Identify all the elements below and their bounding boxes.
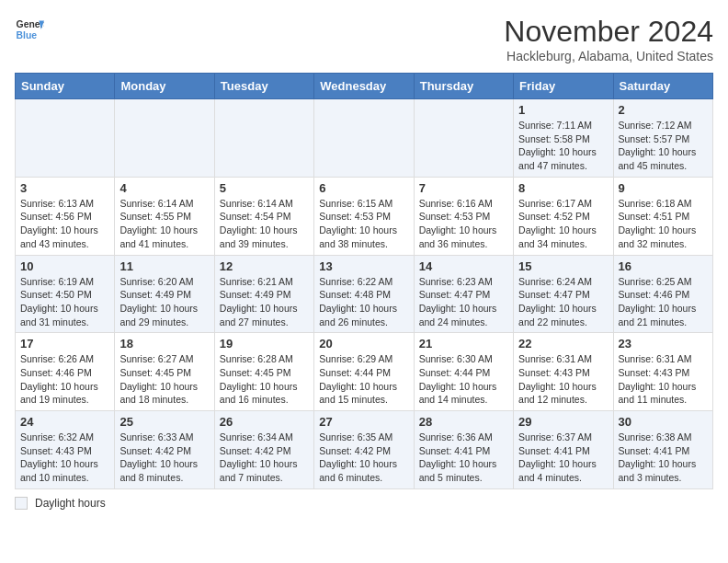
day-number: 4 bbox=[119, 181, 209, 195]
day-info: Sunrise: 6:38 AM Sunset: 4:41 PM Dayligh… bbox=[619, 431, 708, 485]
calendar-day-cell: 12Sunrise: 6:21 AM Sunset: 4:49 PM Dayli… bbox=[214, 255, 313, 333]
calendar-footer: Daylight hours bbox=[15, 497, 713, 510]
calendar-day-header: Thursday bbox=[414, 74, 513, 99]
calendar-week-row: 3Sunrise: 6:13 AM Sunset: 4:56 PM Daylig… bbox=[16, 177, 713, 255]
daylight-label: Daylight hours bbox=[35, 497, 106, 510]
day-info: Sunrise: 6:24 AM Sunset: 4:47 PM Dayligh… bbox=[518, 275, 608, 329]
day-info: Sunrise: 6:35 AM Sunset: 4:42 PM Dayligh… bbox=[319, 431, 408, 485]
day-info: Sunrise: 7:11 AM Sunset: 5:58 PM Dayligh… bbox=[518, 119, 608, 173]
calendar-day-cell: 25Sunrise: 6:33 AM Sunset: 4:42 PM Dayli… bbox=[115, 411, 214, 489]
calendar-day-header: Tuesday bbox=[214, 74, 313, 99]
calendar-day-cell: 29Sunrise: 6:37 AM Sunset: 4:41 PM Dayli… bbox=[514, 411, 613, 489]
calendar-header-row: SundayMondayTuesdayWednesdayThursdayFrid… bbox=[16, 74, 713, 99]
calendar-day-cell: 10Sunrise: 6:19 AM Sunset: 4:50 PM Dayli… bbox=[16, 255, 115, 333]
day-info: Sunrise: 6:15 AM Sunset: 4:53 PM Dayligh… bbox=[319, 197, 408, 251]
day-number: 5 bbox=[220, 181, 309, 195]
day-number: 7 bbox=[419, 181, 508, 195]
day-info: Sunrise: 6:22 AM Sunset: 4:48 PM Dayligh… bbox=[319, 275, 408, 329]
day-number: 13 bbox=[319, 259, 408, 273]
calendar-day-header: Wednesday bbox=[314, 74, 414, 99]
day-number: 28 bbox=[419, 415, 508, 429]
calendar-day-cell bbox=[115, 99, 214, 178]
day-info: Sunrise: 6:32 AM Sunset: 4:43 PM Dayligh… bbox=[20, 431, 109, 485]
day-info: Sunrise: 6:31 AM Sunset: 4:43 PM Dayligh… bbox=[518, 352, 608, 407]
day-info: Sunrise: 7:12 AM Sunset: 5:57 PM Dayligh… bbox=[619, 119, 708, 173]
page-header: General Blue November 2024 Hackleburg, A… bbox=[15, 15, 713, 63]
day-number: 27 bbox=[319, 415, 408, 429]
day-info: Sunrise: 6:21 AM Sunset: 4:49 PM Dayligh… bbox=[220, 275, 309, 329]
daylight-box-icon bbox=[15, 497, 28, 510]
calendar-day-cell: 30Sunrise: 6:38 AM Sunset: 4:41 PM Dayli… bbox=[613, 411, 712, 489]
day-info: Sunrise: 6:30 AM Sunset: 4:44 PM Dayligh… bbox=[419, 352, 508, 407]
day-info: Sunrise: 6:20 AM Sunset: 4:49 PM Dayligh… bbox=[119, 275, 209, 329]
calendar-day-cell: 17Sunrise: 6:26 AM Sunset: 4:46 PM Dayli… bbox=[16, 333, 115, 411]
day-info: Sunrise: 6:31 AM Sunset: 4:43 PM Dayligh… bbox=[619, 352, 708, 407]
logo-icon: General Blue bbox=[15, 15, 44, 44]
calendar-day-cell: 4Sunrise: 6:14 AM Sunset: 4:55 PM Daylig… bbox=[115, 177, 214, 255]
calendar-day-cell: 15Sunrise: 6:24 AM Sunset: 4:47 PM Dayli… bbox=[514, 255, 613, 333]
day-number: 14 bbox=[419, 259, 508, 273]
calendar-day-cell: 16Sunrise: 6:25 AM Sunset: 4:46 PM Dayli… bbox=[613, 255, 712, 333]
day-info: Sunrise: 6:14 AM Sunset: 4:54 PM Dayligh… bbox=[220, 197, 309, 251]
day-number: 17 bbox=[20, 337, 109, 350]
calendar-day-cell: 14Sunrise: 6:23 AM Sunset: 4:47 PM Dayli… bbox=[414, 255, 513, 333]
day-number: 29 bbox=[518, 415, 608, 429]
day-info: Sunrise: 6:27 AM Sunset: 4:45 PM Dayligh… bbox=[119, 352, 209, 407]
day-number: 30 bbox=[619, 415, 708, 429]
day-number: 1 bbox=[518, 103, 608, 117]
day-number: 25 bbox=[119, 415, 209, 429]
svg-text:Blue: Blue bbox=[17, 30, 38, 40]
calendar-day-cell: 1Sunrise: 7:11 AM Sunset: 5:58 PM Daylig… bbox=[514, 99, 613, 178]
day-info: Sunrise: 6:23 AM Sunset: 4:47 PM Dayligh… bbox=[419, 275, 508, 329]
calendar-day-cell bbox=[16, 99, 115, 178]
day-info: Sunrise: 6:28 AM Sunset: 4:45 PM Dayligh… bbox=[220, 352, 309, 407]
calendar-day-cell: 3Sunrise: 6:13 AM Sunset: 4:56 PM Daylig… bbox=[16, 177, 115, 255]
calendar-day-header: Saturday bbox=[613, 74, 712, 99]
day-number: 12 bbox=[220, 259, 309, 273]
calendar-day-cell: 24Sunrise: 6:32 AM Sunset: 4:43 PM Dayli… bbox=[16, 411, 115, 489]
day-number: 16 bbox=[619, 259, 708, 273]
calendar-day-cell bbox=[414, 99, 513, 178]
calendar-day-cell: 22Sunrise: 6:31 AM Sunset: 4:43 PM Dayli… bbox=[514, 333, 613, 411]
day-info: Sunrise: 6:36 AM Sunset: 4:41 PM Dayligh… bbox=[419, 431, 508, 485]
title-block: November 2024 Hackleburg, Alabama, Unite… bbox=[504, 15, 713, 63]
day-number: 6 bbox=[319, 181, 408, 195]
calendar-week-row: 10Sunrise: 6:19 AM Sunset: 4:50 PM Dayli… bbox=[16, 255, 713, 333]
day-info: Sunrise: 6:33 AM Sunset: 4:42 PM Dayligh… bbox=[119, 431, 209, 485]
day-info: Sunrise: 6:37 AM Sunset: 4:41 PM Dayligh… bbox=[518, 431, 608, 485]
day-number: 19 bbox=[220, 337, 309, 350]
day-info: Sunrise: 6:17 AM Sunset: 4:52 PM Dayligh… bbox=[518, 197, 608, 251]
calendar-day-cell: 19Sunrise: 6:28 AM Sunset: 4:45 PM Dayli… bbox=[214, 333, 313, 411]
calendar-day-cell: 13Sunrise: 6:22 AM Sunset: 4:48 PM Dayli… bbox=[314, 255, 414, 333]
day-info: Sunrise: 6:14 AM Sunset: 4:55 PM Dayligh… bbox=[119, 197, 209, 251]
calendar-day-cell: 28Sunrise: 6:36 AM Sunset: 4:41 PM Dayli… bbox=[414, 411, 513, 489]
calendar-day-cell: 5Sunrise: 6:14 AM Sunset: 4:54 PM Daylig… bbox=[214, 177, 313, 255]
calendar-day-cell: 27Sunrise: 6:35 AM Sunset: 4:42 PM Dayli… bbox=[314, 411, 414, 489]
day-info: Sunrise: 6:18 AM Sunset: 4:51 PM Dayligh… bbox=[619, 197, 708, 251]
day-info: Sunrise: 6:19 AM Sunset: 4:50 PM Dayligh… bbox=[20, 275, 109, 329]
calendar-day-cell: 9Sunrise: 6:18 AM Sunset: 4:51 PM Daylig… bbox=[613, 177, 712, 255]
calendar-day-cell: 18Sunrise: 6:27 AM Sunset: 4:45 PM Dayli… bbox=[115, 333, 214, 411]
day-number: 20 bbox=[319, 337, 408, 350]
calendar-week-row: 24Sunrise: 6:32 AM Sunset: 4:43 PM Dayli… bbox=[16, 411, 713, 489]
day-number: 18 bbox=[119, 337, 209, 350]
calendar-week-row: 17Sunrise: 6:26 AM Sunset: 4:46 PM Dayli… bbox=[16, 333, 713, 411]
day-number: 10 bbox=[20, 259, 109, 273]
calendar-day-cell: 2Sunrise: 7:12 AM Sunset: 5:57 PM Daylig… bbox=[613, 99, 712, 178]
day-info: Sunrise: 6:26 AM Sunset: 4:46 PM Dayligh… bbox=[20, 352, 109, 407]
day-number: 22 bbox=[518, 337, 608, 350]
day-number: 21 bbox=[419, 337, 508, 350]
day-number: 11 bbox=[119, 259, 209, 273]
location-subtitle: Hackleburg, Alabama, United States bbox=[504, 49, 713, 63]
calendar-table: SundayMondayTuesdayWednesdayThursdayFrid… bbox=[15, 73, 713, 489]
day-number: 24 bbox=[20, 415, 109, 429]
day-number: 15 bbox=[518, 259, 608, 273]
calendar-day-cell: 20Sunrise: 6:29 AM Sunset: 4:44 PM Dayli… bbox=[314, 333, 414, 411]
logo: General Blue bbox=[15, 15, 44, 44]
day-info: Sunrise: 6:16 AM Sunset: 4:53 PM Dayligh… bbox=[419, 197, 508, 251]
calendar-day-cell bbox=[314, 99, 414, 178]
calendar-day-cell: 26Sunrise: 6:34 AM Sunset: 4:42 PM Dayli… bbox=[214, 411, 313, 489]
calendar-day-header: Sunday bbox=[16, 74, 115, 99]
day-info: Sunrise: 6:25 AM Sunset: 4:46 PM Dayligh… bbox=[619, 275, 708, 329]
day-info: Sunrise: 6:34 AM Sunset: 4:42 PM Dayligh… bbox=[220, 431, 309, 485]
